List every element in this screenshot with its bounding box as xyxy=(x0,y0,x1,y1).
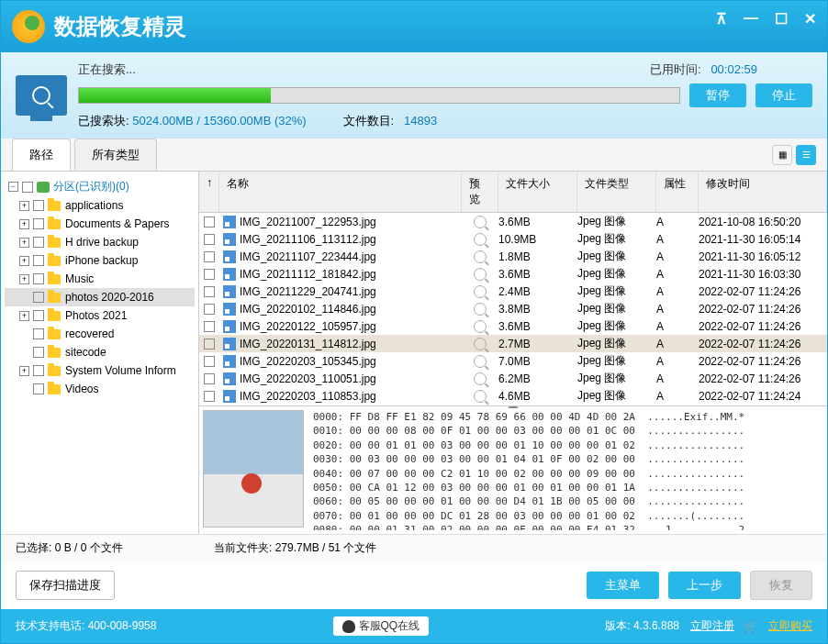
magnifier-icon[interactable] xyxy=(474,338,487,350)
checkbox[interactable] xyxy=(33,347,44,358)
checkbox[interactable] xyxy=(33,255,44,266)
checkbox[interactable] xyxy=(33,218,44,229)
expander-icon[interactable]: − xyxy=(8,182,18,192)
file-row[interactable]: IMG_20211229_204741.jpg2.4MBJpeg 图像A2022… xyxy=(199,283,827,300)
tree-root[interactable]: − 分区(已识别)(0) xyxy=(5,177,195,196)
checkbox[interactable] xyxy=(204,321,215,332)
magnifier-icon[interactable] xyxy=(474,216,487,228)
expander-icon[interactable]: + xyxy=(19,311,29,321)
buy-link[interactable]: 立即购买 xyxy=(768,618,812,634)
image-file-icon xyxy=(223,233,236,246)
tree-item[interactable]: sitecode xyxy=(5,343,195,361)
checkbox[interactable] xyxy=(204,373,215,384)
minimize-button[interactable]: — xyxy=(744,10,758,28)
tree-item[interactable]: +Documents & Papers xyxy=(5,215,195,233)
qq-support-badge[interactable]: 客服QQ在线 xyxy=(333,616,430,636)
file-row[interactable]: IMG_20211106_113112.jpg10.9MBJpeg 图像A202… xyxy=(199,230,827,248)
col-size[interactable]: 文件大小 xyxy=(498,172,577,212)
tree-item[interactable]: +iPhone backup xyxy=(5,251,195,270)
checkbox[interactable] xyxy=(204,304,215,315)
expander-icon[interactable]: + xyxy=(19,256,29,266)
expander-icon[interactable]: + xyxy=(19,219,29,229)
tree-item[interactable]: photos 2020-2016 xyxy=(5,288,195,306)
tree-item[interactable]: +Photos 2021 xyxy=(5,306,195,325)
checkbox[interactable] xyxy=(22,182,33,193)
checkbox[interactable] xyxy=(33,200,44,211)
checkbox[interactable] xyxy=(204,339,215,350)
checkbox[interactable] xyxy=(33,292,44,303)
image-file-icon xyxy=(223,338,236,350)
checkbox[interactable] xyxy=(204,234,215,245)
file-size: 3.6MB xyxy=(498,320,577,333)
file-row[interactable]: IMG_20211107_223444.jpg1.8MBJpeg 图像A2021… xyxy=(199,248,827,265)
col-name[interactable]: 名称 xyxy=(219,172,462,212)
col-type[interactable]: 文件类型 xyxy=(577,172,656,212)
tree-item-label: H drive backup xyxy=(65,236,139,249)
save-progress-button[interactable]: 保存扫描进度 xyxy=(16,571,115,600)
pause-button[interactable]: 暂停 xyxy=(689,83,746,107)
magnifier-icon[interactable] xyxy=(474,372,487,385)
filecount-label: 文件数目: xyxy=(343,114,395,128)
col-preview[interactable]: 预览 xyxy=(462,172,498,212)
file-row[interactable]: IMG_20211007_122953.jpg3.6MBJpeg 图像A2021… xyxy=(199,213,827,230)
col-sort-arrow[interactable]: ↑ xyxy=(199,172,219,212)
app-title: 数据恢复精灵 xyxy=(54,12,186,41)
magnifier-icon[interactable] xyxy=(474,390,487,403)
file-row[interactable]: IMG_20220122_105957.jpg3.6MBJpeg 图像A2022… xyxy=(199,317,827,335)
expander-icon[interactable]: + xyxy=(19,274,29,284)
expander-icon[interactable]: + xyxy=(19,366,29,376)
checkbox[interactable] xyxy=(204,217,215,228)
col-mtime[interactable]: 修改时间 xyxy=(699,172,827,212)
view-grid-icon[interactable]: ▦ xyxy=(772,145,792,165)
magnifier-icon[interactable] xyxy=(474,355,487,368)
file-row[interactable]: IMG_20220102_114846.jpg3.8MBJpeg 图像A2022… xyxy=(199,300,827,317)
tree-item[interactable]: +System Volume Inform xyxy=(5,361,195,380)
register-link[interactable]: 立即注册 xyxy=(690,618,734,634)
file-row[interactable]: IMG_20211112_181842.jpg3.6MBJpeg 图像A2021… xyxy=(199,265,827,283)
file-row[interactable]: IMG_20220203_110853.jpg4.6MBJpeg 图像A2022… xyxy=(199,387,827,405)
main-menu-button[interactable]: 主菜单 xyxy=(587,572,659,599)
expander-icon[interactable]: + xyxy=(19,238,29,248)
col-attr[interactable]: 属性 xyxy=(656,172,699,212)
magnifier-icon[interactable] xyxy=(474,303,487,316)
checkbox[interactable] xyxy=(204,391,215,402)
expander-icon[interactable]: + xyxy=(19,201,29,211)
view-list-icon[interactable]: ☰ xyxy=(796,145,816,165)
magnifier-icon[interactable] xyxy=(474,268,487,281)
tab-all-types[interactable]: 所有类型 xyxy=(74,139,157,171)
close-button[interactable]: ✕ xyxy=(804,10,816,28)
checkbox[interactable] xyxy=(204,251,215,262)
checkbox[interactable] xyxy=(204,356,215,367)
tree-item[interactable]: +Music xyxy=(5,270,195,288)
prev-step-button[interactable]: 上一步 xyxy=(668,572,741,599)
magnifier-icon[interactable] xyxy=(474,285,487,298)
checkbox[interactable] xyxy=(33,273,44,284)
tab-path[interactable]: 路径 xyxy=(12,139,71,171)
tree-item[interactable]: Videos xyxy=(5,380,195,398)
maximize-button[interactable]: ☐ xyxy=(775,10,788,28)
magnifier-icon[interactable] xyxy=(474,233,487,246)
pin-button[interactable]: ⊼ xyxy=(716,10,727,28)
file-type: Jpeg 图像 xyxy=(577,249,656,264)
tree-item[interactable]: +H drive backup xyxy=(5,233,195,251)
file-list[interactable]: IMG_20211007_122953.jpg3.6MBJpeg 图像A2021… xyxy=(199,213,827,405)
file-row[interactable]: IMG_20220131_114812.jpg2.7MBJpeg 图像A2022… xyxy=(199,335,827,352)
file-attr: A xyxy=(656,303,699,316)
checkbox[interactable] xyxy=(33,383,44,394)
file-row[interactable]: IMG_20220203_110051.jpg6.2MBJpeg 图像A2022… xyxy=(199,370,827,387)
checkbox[interactable] xyxy=(204,286,215,297)
checkbox[interactable] xyxy=(33,310,44,321)
magnifier-icon[interactable] xyxy=(474,320,487,333)
checkbox[interactable] xyxy=(33,237,44,248)
tree-item[interactable]: recovered xyxy=(5,325,195,343)
checkbox[interactable] xyxy=(204,269,215,280)
file-size: 7.0MB xyxy=(498,355,577,368)
magnifier-icon[interactable] xyxy=(474,250,487,263)
panel-handle-icon[interactable] xyxy=(508,405,519,408)
recover-button: 恢复 xyxy=(750,571,812,600)
checkbox[interactable] xyxy=(33,328,44,339)
checkbox[interactable] xyxy=(33,365,44,376)
stop-button[interactable]: 停止 xyxy=(755,83,812,107)
file-row[interactable]: IMG_20220203_105345.jpg7.0MBJpeg 图像A2022… xyxy=(199,352,827,370)
tree-item[interactable]: +applications xyxy=(5,196,195,215)
